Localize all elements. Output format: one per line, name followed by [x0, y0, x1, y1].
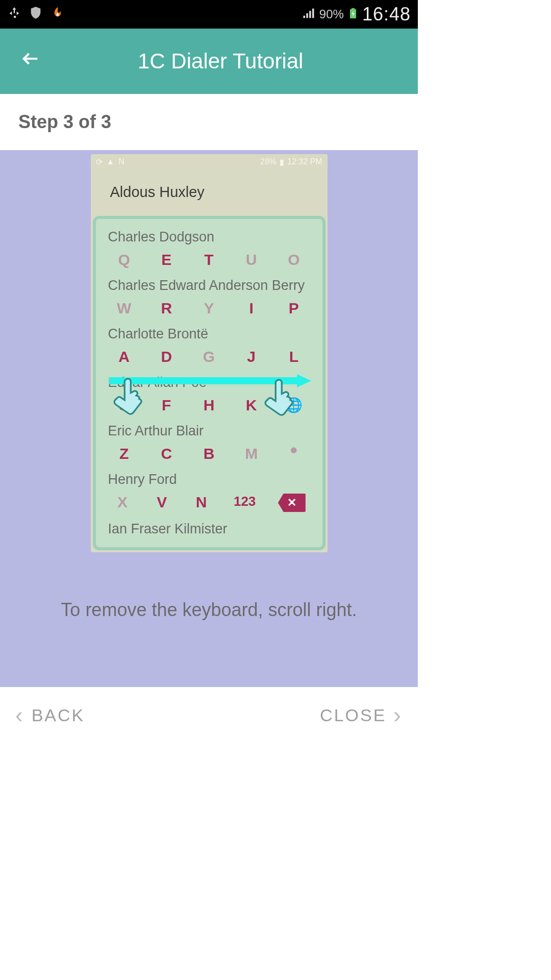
phone-battery-icon: ▮ [280, 157, 284, 167]
signal-icon [301, 6, 316, 22]
key-i: I [241, 300, 262, 317]
list-item: Eric Arthur Blair [103, 420, 315, 442]
back-button-label: BACK [32, 705, 85, 725]
list-item: Henry Ford [103, 469, 315, 491]
key-u: U [241, 251, 262, 268]
key-e: E [156, 251, 177, 268]
close-button-label: CLOSE [320, 705, 386, 725]
clock: 16:48 [362, 4, 411, 25]
keyboard-panel: Charles Dodgson Q E T U O Charles Edward… [93, 216, 325, 550]
key-j: J [241, 348, 262, 365]
key-o: O [284, 251, 304, 268]
key-g: G [198, 348, 219, 365]
list-item: Ian Fraser Kilmister [103, 518, 315, 540]
key-t: T [198, 251, 219, 268]
key-a: A [114, 348, 134, 365]
page-title: 1C Dialer Tutorial [138, 49, 303, 74]
usb-icon [7, 5, 21, 23]
shield-icon [29, 5, 43, 24]
key-x: X [112, 494, 133, 512]
key-row: Z C B M • [103, 442, 315, 469]
app-header: 1C Dialer Tutorial [0, 29, 418, 94]
n-icon: N [118, 157, 124, 167]
key-row: S F H K 🌐 [103, 394, 315, 420]
key-b: B [198, 445, 219, 462]
key-dot: • [284, 445, 304, 462]
device-status-bar: 90% 16:48 [0, 0, 418, 29]
sync-icon: ⟳ [96, 157, 103, 167]
step-label: Step 3 of 3 [18, 111, 111, 133]
battery-charging-icon [347, 5, 359, 23]
phone-mock-status-bar: ⟳ ▲ N 28% ▮ 12:32 PM [91, 154, 328, 169]
close-button[interactable]: CLOSE › [320, 702, 403, 728]
back-button[interactable]: ‹ BACK [15, 702, 85, 728]
list-item: Edgar Allan Poe [103, 372, 315, 394]
key-r: R [156, 300, 177, 317]
list-item: Charles Dodgson [103, 226, 315, 248]
instruction-text: To remove the keyboard, scroll right. [61, 599, 357, 621]
list-item: Charles Edward Anderson Berry [103, 275, 315, 297]
list-item: Charlotte Brontë [103, 323, 315, 345]
key-row: A D G J L [103, 345, 315, 372]
key-q: Q [114, 251, 134, 268]
key-m: M [241, 445, 262, 462]
key-d: D [156, 348, 177, 365]
key-row: X V N 123 ✕ [103, 491, 315, 518]
phone-clock: 12:32 PM [287, 157, 322, 166]
tutorial-body: ⟳ ▲ N 28% ▮ 12:32 PM Aldous Huxley Charl… [0, 150, 418, 687]
phone-mock: ⟳ ▲ N 28% ▮ 12:32 PM Aldous Huxley Charl… [91, 154, 328, 552]
key-v: V [152, 494, 172, 512]
key-123: 123 [231, 494, 259, 512]
flame-icon [50, 5, 65, 24]
step-banner: Step 3 of 3 [0, 94, 418, 150]
key-c: C [156, 445, 177, 462]
key-f: F [156, 397, 177, 414]
key-h: H [198, 397, 219, 414]
chevron-left-icon: ‹ [15, 702, 24, 728]
key-k: K [241, 397, 262, 414]
key-row: W R Y I P [103, 297, 315, 323]
selected-contact: Aldous Huxley [91, 169, 328, 216]
back-arrow-icon[interactable] [20, 48, 41, 74]
chevron-right-icon: › [393, 702, 403, 728]
key-p: P [284, 300, 304, 317]
globe-icon: 🌐 [284, 397, 304, 414]
footer-nav: ‹ BACK CLOSE › [0, 687, 418, 743]
key-s: S [114, 397, 134, 414]
key-w: W [114, 300, 134, 317]
battery-percent: 90% [319, 7, 344, 21]
key-y: Y [198, 300, 219, 317]
phone-battery-pct: 28% [260, 157, 277, 166]
key-row: Q E T U O [103, 248, 315, 275]
warning-icon: ▲ [107, 157, 115, 167]
key-l: L [284, 348, 304, 365]
key-z: Z [114, 445, 134, 462]
svg-rect-1 [352, 8, 355, 10]
key-n: N [191, 494, 211, 512]
backspace-icon: ✕ [278, 494, 306, 512]
